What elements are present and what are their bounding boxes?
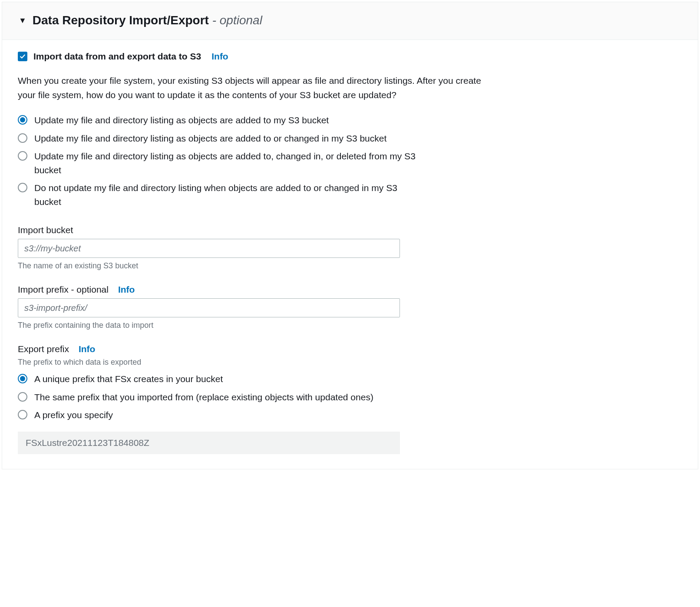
panel-body: Import data from and export data to S3 I… (2, 40, 698, 469)
update-policy-option-1[interactable]: Update my file and directory listing as … (18, 132, 682, 145)
panel-title-text: Data Repository Import/Export (33, 13, 209, 27)
s3-checkbox[interactable] (18, 52, 27, 61)
s3-checkbox-label: Import data from and export data to S3 (33, 51, 201, 62)
export-prefix-label: Export prefix (18, 344, 69, 354)
import-bucket-field: Import bucket The name of an existing S3… (18, 225, 400, 271)
radio-button[interactable] (18, 183, 27, 192)
s3-toggle-row: Import data from and export data to S3 I… (18, 51, 682, 62)
radio-label: The same prefix that you imported from (… (34, 390, 373, 404)
radio-button[interactable] (18, 392, 27, 402)
export-prefix-option-1[interactable]: The same prefix that you imported from (… (18, 390, 682, 404)
export-prefix-radio-group: A unique prefix that FSx creates in your… (18, 372, 682, 422)
import-prefix-input[interactable] (18, 298, 400, 317)
radio-label: Do not update my file and directory list… (34, 181, 425, 208)
import-bucket-label: Import bucket (18, 225, 73, 235)
import-prefix-helper: The prefix containing the data to import (18, 321, 400, 330)
check-icon (20, 53, 26, 59)
radio-button[interactable] (18, 151, 27, 161)
radio-label: Update my file and directory listing as … (34, 132, 386, 145)
panel-header[interactable]: ▼ Data Repository Import/Export - option… (2, 2, 698, 40)
export-prefix-helper: The prefix to which data is exported (18, 358, 682, 367)
radio-button[interactable] (18, 374, 27, 383)
export-prefix-info-link[interactable]: Info (79, 344, 95, 354)
s3-info-link[interactable]: Info (211, 51, 228, 62)
export-prefix-value: FSxLustre20211123T184808Z (18, 432, 400, 454)
update-policy-option-0[interactable]: Update my file and directory listing as … (18, 113, 682, 127)
radio-button[interactable] (18, 410, 27, 419)
import-bucket-helper: The name of an existing S3 bucket (18, 261, 400, 271)
radio-button[interactable] (18, 133, 27, 143)
update-policy-radio-group: Update my file and directory listing as … (18, 113, 682, 208)
radio-label: Update my file and directory listing as … (34, 149, 425, 177)
update-policy-option-2[interactable]: Update my file and directory listing as … (18, 149, 682, 177)
import-prefix-field: Import prefix - optional Info The prefix… (18, 284, 400, 330)
import-bucket-input[interactable] (18, 239, 400, 258)
export-prefix-option-2[interactable]: A prefix you specify (18, 408, 682, 422)
radio-label: Update my file and directory listing as … (34, 113, 329, 127)
update-policy-option-3[interactable]: Do not update my file and directory list… (18, 181, 682, 208)
radio-button[interactable] (18, 115, 27, 125)
caret-down-icon: ▼ (19, 16, 26, 24)
update-policy-description: When you create your file system, your e… (18, 74, 495, 102)
export-prefix-option-0[interactable]: A unique prefix that FSx creates in your… (18, 372, 682, 386)
import-prefix-label: Import prefix - optional (18, 284, 109, 295)
import-prefix-info-link[interactable]: Info (118, 284, 135, 295)
export-prefix-section: Export prefix Info The prefix to which d… (18, 344, 682, 454)
data-repository-panel: ▼ Data Repository Import/Export - option… (2, 2, 698, 469)
radio-label: A unique prefix that FSx creates in your… (34, 372, 223, 386)
panel-title-suffix: - optional (209, 13, 262, 27)
radio-label: A prefix you specify (34, 408, 113, 422)
panel-title: Data Repository Import/Export - optional (33, 13, 262, 27)
